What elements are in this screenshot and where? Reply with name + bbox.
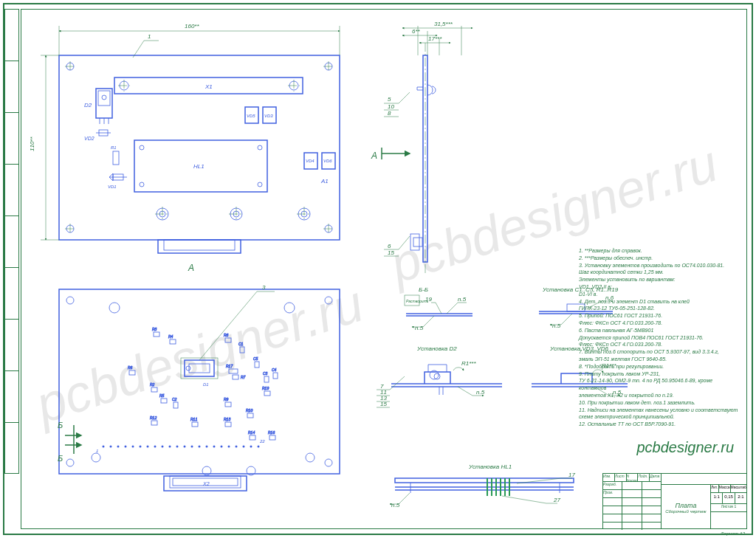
svg-text:Установка HL1: Установка HL1 bbox=[468, 463, 512, 470]
format-label: Формат А2 bbox=[721, 531, 745, 536]
svg-text:R8: R8 bbox=[224, 333, 229, 337]
svg-rect-21 bbox=[98, 91, 110, 106]
svg-point-165 bbox=[110, 446, 112, 448]
svg-text:HL1: HL1 bbox=[193, 163, 205, 170]
svg-rect-110 bbox=[189, 364, 210, 373]
svg-point-179 bbox=[213, 446, 216, 448]
svg-rect-149 bbox=[225, 402, 231, 407]
svg-rect-125 bbox=[240, 347, 244, 353]
svg-text:А1: А1 bbox=[320, 178, 329, 184]
svg-rect-137 bbox=[233, 375, 238, 379]
svg-text:D1: D1 bbox=[203, 382, 209, 387]
svg-rect-62 bbox=[164, 240, 235, 250]
svg-rect-77 bbox=[410, 234, 419, 250]
drawing-title: Плата bbox=[662, 500, 710, 509]
svg-text:R19: R19 bbox=[262, 386, 269, 390]
svg-text:17***: 17*** bbox=[428, 35, 442, 42]
svg-line-96 bbox=[399, 236, 410, 249]
svg-rect-145 bbox=[151, 421, 157, 425]
svg-rect-151 bbox=[225, 422, 231, 427]
svg-point-39 bbox=[140, 145, 144, 150]
svg-text:6**: 6** bbox=[412, 28, 421, 35]
svg-rect-157 bbox=[269, 435, 275, 440]
svg-rect-153 bbox=[247, 413, 253, 418]
svg-text:5: 5 bbox=[388, 96, 391, 103]
svg-text:R10: R10 bbox=[246, 408, 252, 413]
svg-point-182 bbox=[236, 446, 238, 448]
svg-rect-121 bbox=[225, 338, 231, 342]
svg-text:п.5: п.5 bbox=[476, 389, 485, 396]
svg-point-41 bbox=[140, 182, 144, 187]
svg-line-89 bbox=[399, 92, 410, 103]
svg-text:C1: C1 bbox=[238, 342, 244, 346]
x1-label: X1 bbox=[205, 83, 213, 90]
svg-text:Установка D2: Установка D2 bbox=[416, 345, 457, 352]
svg-point-22 bbox=[102, 95, 106, 100]
svg-point-112 bbox=[186, 366, 190, 370]
svg-text:C2: C2 bbox=[172, 397, 177, 401]
svg-text:19: 19 bbox=[425, 296, 432, 303]
svg-point-177 bbox=[199, 446, 201, 448]
svg-text:Б-Б: Б-Б bbox=[419, 286, 428, 293]
svg-text:15: 15 bbox=[380, 401, 387, 407]
svg-text:п.5: п.5 bbox=[458, 296, 467, 303]
svg-text:R16: R16 bbox=[268, 430, 275, 435]
d2-label: D2 bbox=[84, 102, 92, 108]
svg-point-164 bbox=[103, 446, 105, 448]
svg-rect-143 bbox=[264, 391, 270, 396]
svg-text:R2: R2 bbox=[150, 382, 155, 387]
svg-text:R11: R11 bbox=[190, 417, 197, 421]
svg-text:Б: Б bbox=[58, 421, 63, 430]
svg-text:п.5: п.5 bbox=[552, 323, 561, 329]
svg-text:8: 8 bbox=[388, 110, 391, 117]
svg-text:Б: Б bbox=[58, 454, 63, 463]
svg-point-167 bbox=[125, 446, 127, 448]
svg-rect-127 bbox=[255, 362, 259, 368]
svg-point-175 bbox=[184, 446, 186, 448]
svg-rect-236 bbox=[395, 478, 574, 483]
svg-point-180 bbox=[221, 446, 223, 448]
svg-point-42 bbox=[258, 182, 262, 187]
svg-text:VD6: VD6 bbox=[323, 159, 332, 163]
svg-point-195 bbox=[306, 453, 315, 462]
svg-point-178 bbox=[206, 446, 208, 448]
svg-text:10: 10 bbox=[388, 103, 394, 110]
svg-text:R14: R14 bbox=[248, 430, 255, 435]
svg-line-114 bbox=[199, 292, 257, 360]
svg-text:160**: 160** bbox=[185, 23, 199, 30]
svg-text:п.5: п.5 bbox=[415, 325, 424, 331]
svg-rect-111 bbox=[181, 358, 218, 379]
svg-rect-32 bbox=[113, 151, 119, 165]
svg-point-192 bbox=[109, 303, 120, 313]
svg-point-168 bbox=[132, 446, 134, 448]
svg-point-108 bbox=[325, 459, 332, 466]
svg-text:VD5: VD5 bbox=[247, 114, 255, 118]
svg-text:R4: R4 bbox=[168, 334, 173, 339]
svg-text:1: 1 bbox=[96, 449, 98, 453]
svg-rect-78 bbox=[413, 238, 422, 246]
svg-rect-133 bbox=[173, 402, 178, 408]
svg-rect-155 bbox=[250, 435, 255, 440]
svg-rect-117 bbox=[154, 332, 159, 337]
svg-text:15: 15 bbox=[388, 249, 394, 256]
technical-notes: 1. **Размеры для справок. 2. ***Размеры … bbox=[579, 247, 741, 428]
svg-text:C4: C4 bbox=[272, 368, 277, 372]
svg-rect-123 bbox=[129, 370, 135, 375]
svg-text:3: 3 bbox=[262, 284, 266, 291]
svg-text:VD4: VD4 bbox=[306, 159, 315, 163]
svg-point-193 bbox=[284, 303, 295, 313]
svg-line-221 bbox=[390, 376, 405, 390]
drawing-subtitle: Сборочный чертеж bbox=[662, 509, 710, 514]
title-block: Изм.ЛистN докум.Подп.Дата Разраб. Пров. … bbox=[602, 473, 747, 529]
svg-point-194 bbox=[92, 453, 100, 462]
svg-text:R17: R17 bbox=[226, 364, 233, 368]
svg-text:X2: X2 bbox=[202, 481, 210, 486]
svg-point-185 bbox=[258, 446, 260, 448]
svg-text:п.5: п.5 bbox=[391, 502, 400, 508]
top-board: X1 D2 VD2 VD5 VD3 R1 VD1 HL1 bbox=[29, 23, 340, 273]
svg-rect-131 bbox=[161, 399, 167, 403]
svg-text:110**: 110** bbox=[29, 137, 35, 151]
svg-rect-135 bbox=[229, 369, 238, 373]
svg-point-170 bbox=[147, 446, 149, 448]
svg-point-183 bbox=[243, 446, 245, 448]
